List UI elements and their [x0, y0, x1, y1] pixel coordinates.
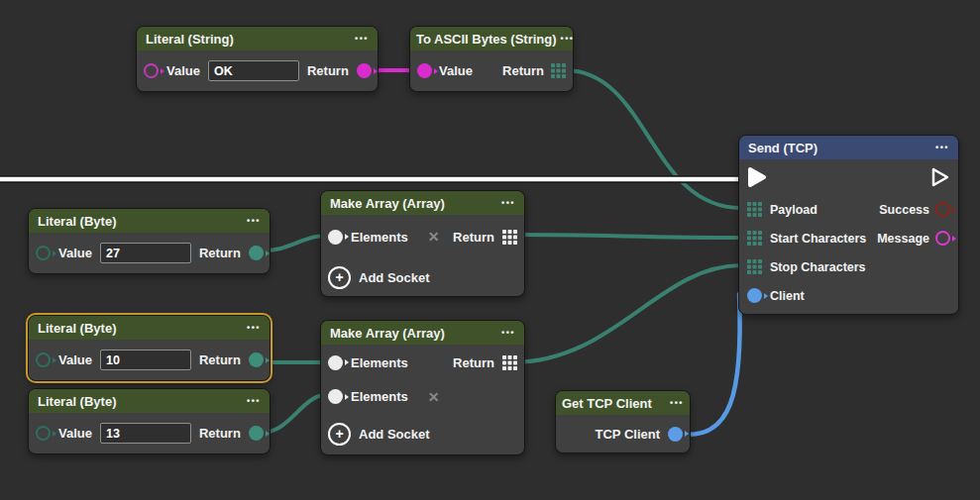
- menu-icon[interactable]: •••: [247, 216, 261, 226]
- menu-icon[interactable]: •••: [501, 198, 515, 208]
- node-row: TCP Client: [556, 415, 690, 452]
- add-socket-label[interactable]: Add Socket: [359, 427, 430, 442]
- string-output-socket[interactable]: [357, 63, 372, 78]
- value-label: Value: [166, 63, 200, 78]
- value-input[interactable]: [100, 243, 191, 263]
- menu-icon[interactable]: •••: [670, 398, 684, 408]
- node-header[interactable]: To ASCII Bytes (String) •••: [410, 27, 573, 50]
- node-literal-string[interactable]: Literal (String) ••• Value Return: [136, 26, 379, 92]
- node-row: Elements ✕ Return: [321, 215, 524, 258]
- tcp-client-output-socket[interactable]: [668, 427, 683, 442]
- menu-icon[interactable]: •••: [501, 328, 515, 338]
- node-editor-canvas[interactable]: Literal (String) ••• Value Return To ASC…: [0, 0, 980, 500]
- value-input[interactable]: [100, 423, 191, 444]
- node-row: Value Return: [29, 413, 270, 453]
- return-label: Return: [453, 230, 494, 245]
- node-send-tcp[interactable]: Send (TCP) ••• Payload Success: [738, 135, 959, 315]
- node-row: + Add Socket: [321, 258, 524, 296]
- byte-array-grid-icon[interactable]: [551, 63, 566, 78]
- byte-array-grid-icon[interactable]: [747, 202, 762, 217]
- node-row: Value Return: [29, 233, 270, 273]
- string-input-socket[interactable]: [417, 63, 432, 78]
- elements-label: Elements: [351, 355, 408, 370]
- node-row: + Add Socket: [321, 413, 524, 454]
- node-title: To ASCII Bytes (String): [416, 32, 557, 47]
- menu-icon[interactable]: •••: [561, 34, 575, 44]
- node-row: Value Return: [137, 50, 378, 91]
- node-header[interactable]: Literal (Byte) •••: [29, 316, 270, 340]
- message-label: Message: [877, 232, 929, 246]
- node-row: Value Return: [410, 50, 573, 91]
- return-label: Return: [307, 63, 349, 78]
- node-row: Start Characters Message: [739, 224, 958, 252]
- node-to-ascii-bytes[interactable]: To ASCII Bytes (String) ••• Value Return: [409, 26, 574, 92]
- client-input-socket[interactable]: [747, 288, 762, 303]
- exec-output-arrow-icon[interactable]: [930, 166, 950, 188]
- node-header[interactable]: Literal (Byte) •••: [29, 209, 270, 233]
- return-label: Return: [199, 246, 241, 260]
- byte-output-socket[interactable]: [249, 352, 264, 367]
- menu-icon[interactable]: •••: [247, 323, 261, 333]
- value-input[interactable]: [100, 350, 191, 370]
- node-header[interactable]: Send (TCP) •••: [739, 136, 958, 159]
- message-output-socket[interactable]: [935, 231, 950, 246]
- node-header[interactable]: Make Array (Array) •••: [321, 191, 524, 215]
- node-title: Literal (String): [146, 32, 234, 47]
- byte-input-socket[interactable]: [36, 246, 51, 260]
- node-title: Make Array (Array): [330, 326, 445, 341]
- node-title: Literal (Byte): [38, 321, 116, 336]
- menu-icon[interactable]: •••: [355, 34, 369, 44]
- byte-output-socket[interactable]: [249, 426, 264, 441]
- node-title: Literal (Byte): [38, 394, 116, 409]
- stop-characters-label: Stop Characters: [770, 260, 866, 274]
- node-header[interactable]: Make Array (Array) •••: [321, 321, 524, 345]
- byte-output-socket[interactable]: [249, 246, 264, 260]
- byte-input-socket[interactable]: [36, 426, 51, 441]
- byte-input-socket[interactable]: [36, 352, 51, 367]
- value-label: Value: [439, 63, 473, 78]
- node-make-array-2[interactable]: Make Array (Array) ••• Elements Return E…: [320, 320, 525, 455]
- node-row: Client: [739, 281, 958, 310]
- node-row: Stop Characters: [739, 252, 958, 281]
- elements-input-socket[interactable]: [328, 389, 343, 404]
- add-socket-label[interactable]: Add Socket: [359, 270, 430, 285]
- return-label: Return: [453, 355, 494, 370]
- node-header[interactable]: Get TCP Client •••: [556, 391, 690, 415]
- value-label: Value: [58, 352, 92, 367]
- remove-socket-icon[interactable]: ✕: [428, 229, 440, 245]
- node-title: Get TCP Client: [562, 396, 652, 411]
- node-header[interactable]: Literal (Byte) •••: [29, 389, 270, 413]
- return-label: Return: [199, 352, 241, 367]
- elements-input-socket[interactable]: [328, 230, 343, 245]
- add-socket-icon[interactable]: +: [328, 423, 351, 446]
- success-output-socket[interactable]: [935, 202, 950, 217]
- add-socket-icon[interactable]: +: [328, 266, 351, 289]
- remove-socket-icon[interactable]: ✕: [428, 389, 440, 405]
- node-literal-byte-13[interactable]: Literal (Byte) ••• Value Return: [28, 388, 271, 454]
- node-get-tcp-client[interactable]: Get TCP Client ••• TCP Client: [555, 390, 691, 453]
- wire-makearray2-to-stopchars[interactable]: [512, 265, 741, 362]
- node-row: Elements ✕: [321, 380, 524, 413]
- value-label: Value: [58, 426, 92, 441]
- wire-ascii-to-payload[interactable]: [565, 70, 741, 208]
- string-input-socket[interactable]: [144, 63, 159, 78]
- value-input[interactable]: [208, 60, 299, 81]
- byte-array-grid-icon[interactable]: [747, 231, 762, 246]
- wire-makearray1-to-startchars[interactable]: [512, 235, 741, 238]
- value-label: Value: [58, 246, 92, 260]
- exec-input-arrow-icon[interactable]: [747, 166, 767, 188]
- byte-array-grid-icon[interactable]: [747, 259, 762, 274]
- menu-icon[interactable]: •••: [935, 143, 949, 152]
- node-row: Value Return: [29, 340, 270, 380]
- node-literal-byte-27[interactable]: Literal (Byte) ••• Value Return: [28, 208, 271, 274]
- node-title: Make Array (Array): [330, 196, 445, 211]
- tcp-client-label: TCP Client: [596, 427, 661, 442]
- array-grid-icon[interactable]: [502, 230, 517, 245]
- array-grid-icon[interactable]: [502, 355, 517, 370]
- elements-input-socket[interactable]: [328, 355, 343, 370]
- node-make-array-1[interactable]: Make Array (Array) ••• Elements ✕ Return…: [320, 190, 525, 297]
- node-header[interactable]: Literal (String) •••: [137, 27, 378, 50]
- menu-icon[interactable]: •••: [247, 396, 261, 406]
- node-literal-byte-10[interactable]: Literal (Byte) ••• Value Return: [28, 315, 271, 381]
- node-title: Send (TCP): [748, 141, 817, 155]
